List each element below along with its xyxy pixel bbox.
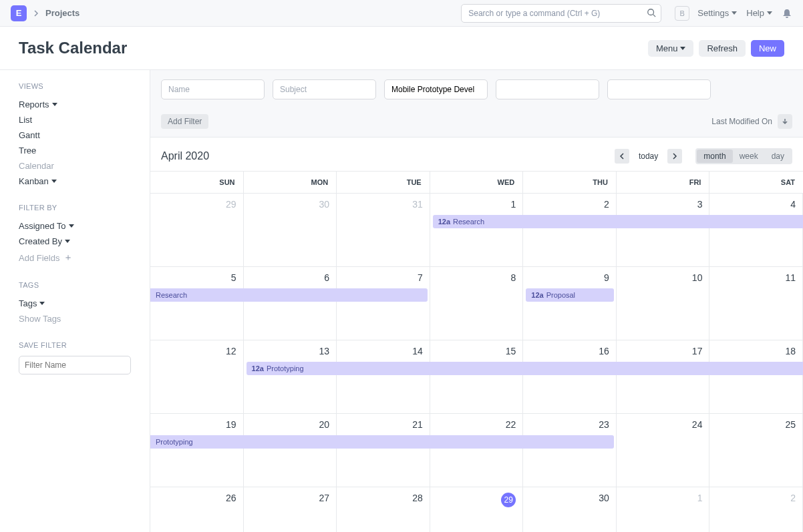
event-title: Research <box>453 218 484 226</box>
day-number: 16 <box>599 346 609 356</box>
view-month[interactable]: month <box>697 150 732 163</box>
calendar-next-button[interactable] <box>667 149 682 164</box>
calendar-day[interactable]: 26 <box>150 487 244 532</box>
sort-direction-button[interactable] <box>778 114 792 129</box>
show-tags[interactable]: Show Tags <box>19 311 131 326</box>
calendar-day[interactable]: 29 <box>150 194 244 266</box>
day-number: 13 <box>319 346 330 356</box>
calendar-day[interactable]: 12 <box>150 340 244 413</box>
caret-down-icon <box>680 47 685 50</box>
view-calendar[interactable]: Calendar <box>19 158 131 174</box>
day-number: 4 <box>790 199 796 210</box>
day-number: 12 <box>226 346 236 356</box>
calendar-day[interactable]: 28 <box>337 487 430 532</box>
calendar-day[interactable]: 27 <box>244 487 337 532</box>
calendar-week: 293031123412aResearch <box>150 194 803 267</box>
sort-label[interactable]: Last Modified On <box>711 117 772 126</box>
calendar-event[interactable]: Prototyping <box>150 435 614 449</box>
calendar-day[interactable]: 2 <box>523 194 617 266</box>
dow-header: TUE <box>337 172 430 194</box>
day-number: 30 <box>599 493 609 503</box>
calendar-day[interactable]: 22 <box>430 414 524 487</box>
calendar-day[interactable]: 9 <box>523 267 617 340</box>
view-week[interactable]: week <box>733 150 765 163</box>
calendar-event[interactable]: 12aProposal <box>526 288 614 302</box>
calendar-event[interactable]: 12aPrototyping <box>247 362 803 375</box>
search-input[interactable] <box>461 4 661 23</box>
search-icon[interactable] <box>647 8 656 17</box>
filter-field-5[interactable] <box>607 79 711 99</box>
filter-field-4[interactable] <box>496 79 599 99</box>
filter-subject-field[interactable] <box>273 79 376 99</box>
refresh-button[interactable]: Refresh <box>699 40 746 57</box>
calendar-event[interactable]: Research <box>150 288 428 302</box>
view-reports[interactable]: Reports <box>19 97 131 112</box>
calendar-day[interactable]: 14 <box>337 340 430 413</box>
calendar-day[interactable]: 7 <box>337 267 430 340</box>
bell-icon[interactable] <box>782 8 792 19</box>
filter-name-input[interactable] <box>19 356 131 374</box>
calendar-day[interactable]: 1 <box>617 487 710 532</box>
new-button[interactable]: New <box>751 40 784 57</box>
calendar-day[interactable]: 3 <box>617 194 710 266</box>
calendar-day[interactable]: 2 <box>709 487 803 532</box>
view-day[interactable]: day <box>765 150 791 163</box>
day-number: 17 <box>692 346 703 356</box>
filter-project-field[interactable] <box>384 79 488 99</box>
filter-created-by[interactable]: Created By <box>19 234 131 249</box>
calendar-day[interactable]: 30 <box>523 487 617 532</box>
calendar-day[interactable]: 10 <box>617 267 710 340</box>
view-list[interactable]: List <box>19 112 131 127</box>
calendar-day[interactable]: 23 <box>523 414 617 487</box>
calendar-day[interactable]: 16 <box>523 340 617 413</box>
day-number: 29 <box>226 199 236 210</box>
filter-name-field[interactable] <box>161 79 265 99</box>
chevron-right-icon <box>33 10 39 17</box>
event-title: Prototyping <box>156 438 193 446</box>
view-tree[interactable]: Tree <box>19 143 131 158</box>
dow-header: THU <box>523 172 617 194</box>
add-filter-chip[interactable]: Add Filter <box>161 114 208 129</box>
calendar-day[interactable]: 18 <box>709 340 803 413</box>
day-number: 5 <box>231 272 236 283</box>
calendar-day[interactable]: 24 <box>617 414 710 487</box>
calendar-day[interactable]: 6 <box>244 267 337 340</box>
plus-icon: ＋ <box>63 252 73 264</box>
app-logo[interactable]: E <box>11 5 27 21</box>
day-number: 22 <box>506 419 516 430</box>
add-fields[interactable]: Add Fields＋ <box>19 249 131 266</box>
menu-button[interactable]: Menu <box>648 40 694 57</box>
view-kanban[interactable]: Kanban <box>19 174 131 189</box>
view-gantt[interactable]: Gantt <box>19 127 131 143</box>
calendar-day[interactable]: 29 <box>430 487 524 532</box>
calendar-day[interactable]: 8 <box>430 267 524 340</box>
day-number: 18 <box>785 346 796 356</box>
day-number: 25 <box>785 419 796 430</box>
calendar-day[interactable]: 30 <box>244 194 337 266</box>
calendar-day[interactable]: 13 <box>244 340 337 413</box>
calendar-day[interactable]: 17 <box>617 340 710 413</box>
calendar-prev-button[interactable] <box>615 149 629 164</box>
settings-link[interactable]: Settings <box>697 8 737 18</box>
help-link[interactable]: Help <box>746 8 772 18</box>
calendar-day[interactable]: 31 <box>337 194 430 266</box>
calendar-event[interactable]: 12aResearch <box>433 215 803 228</box>
caret-down-icon <box>39 302 45 305</box>
user-avatar[interactable]: B <box>675 6 689 21</box>
calendar-day[interactable]: 19 <box>150 414 244 487</box>
tags-item[interactable]: Tags <box>19 296 131 311</box>
calendar-title: April 2020 <box>161 150 209 162</box>
calendar-day[interactable]: 1 <box>430 194 524 266</box>
calendar-day[interactable]: 15 <box>430 340 524 413</box>
calendar-day[interactable]: 21 <box>337 414 430 487</box>
filter-assigned-to[interactable]: Assigned To <box>19 218 131 234</box>
calendar-week: 262728293012 <box>150 487 803 532</box>
calendar-today-button[interactable]: today <box>633 150 663 163</box>
calendar-day[interactable]: 5 <box>150 267 244 340</box>
calendar-day[interactable]: 25 <box>709 414 803 487</box>
calendar-day[interactable]: 11 <box>709 267 803 340</box>
caret-down-icon <box>732 11 737 15</box>
breadcrumb-projects[interactable]: Projects <box>45 8 79 18</box>
calendar-day[interactable]: 20 <box>244 414 337 487</box>
calendar-day[interactable]: 4 <box>709 194 803 266</box>
